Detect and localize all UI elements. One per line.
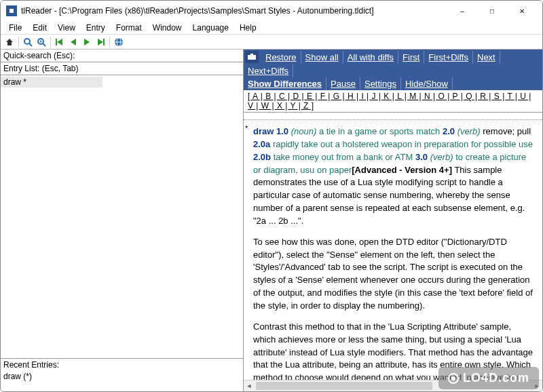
- svg-rect-1: [10, 9, 14, 13]
- alpha-link-i[interactable]: I: [358, 92, 367, 101]
- alpha-link-e[interactable]: E: [304, 92, 316, 101]
- camera-icon[interactable]: [245, 51, 259, 63]
- svg-marker-9: [57, 39, 62, 45]
- svg-marker-12: [84, 39, 90, 45]
- left-pane: Quick-search (Esc): Entry List: (Esc, Ta…: [1, 50, 244, 391]
- svg-line-6: [43, 43, 45, 46]
- alpha-link-n[interactable]: N: [422, 92, 433, 101]
- definition: take money out from a bank or ATM: [274, 152, 413, 162]
- entry-list-item[interactable]: draw *: [1, 77, 102, 87]
- nav-prev-icon[interactable]: [67, 36, 79, 48]
- nav-first[interactable]: First: [398, 51, 424, 64]
- svg-marker-13: [98, 39, 103, 45]
- alpha-link-o[interactable]: O: [435, 92, 447, 101]
- alpha-link-y[interactable]: Y: [287, 101, 298, 111]
- sense-number: 2.0: [443, 126, 455, 136]
- alpha-link-u[interactable]: U: [517, 92, 529, 101]
- nav-hide-show[interactable]: Hide/Show: [401, 77, 453, 90]
- alpha-link-z[interactable]: Z: [301, 101, 312, 111]
- recent-entry-item[interactable]: draw (*): [3, 372, 240, 381]
- entry-list[interactable]: draw *: [1, 75, 243, 358]
- pos-label: (verb): [430, 152, 453, 162]
- alpha-link-d[interactable]: D: [290, 92, 301, 101]
- body: Quick-search (Esc): Entry List: (Esc, Ta…: [1, 50, 542, 391]
- titlebar: tlReader - [C:\Program Files (x86)\tlRea…: [1, 1, 542, 21]
- alpha-link-b[interactable]: B: [263, 92, 274, 101]
- alpha-link-l[interactable]: L: [394, 92, 405, 101]
- pos-label: (verb): [457, 126, 481, 136]
- menu-file[interactable]: File: [3, 22, 27, 34]
- menu-format[interactable]: Format: [111, 22, 147, 34]
- alpha-link-p[interactable]: P: [449, 92, 460, 101]
- globe-icon[interactable]: [113, 36, 125, 48]
- diff-toolbar: Restore Show all All with diffs First Fi…: [244, 50, 542, 90]
- current-entry-marker: *: [245, 124, 248, 132]
- svg-line-4: [29, 43, 32, 46]
- entry-content[interactable]: * draw 1.0 (noun) a tie in a game or spo…: [244, 119, 542, 380]
- alpha-link-g[interactable]: G: [330, 92, 342, 101]
- alpha-link-h[interactable]: H: [345, 92, 356, 101]
- alpha-link-q[interactable]: Q: [463, 92, 475, 101]
- nav-settings[interactable]: Settings: [360, 77, 401, 90]
- paragraph: To see how this was done, open the DTD e…: [253, 236, 536, 313]
- svg-rect-14: [103, 39, 105, 45]
- sense-number: 2.0a: [253, 139, 270, 149]
- alpha-link-m[interactable]: M: [407, 92, 419, 101]
- menu-language[interactable]: Language: [187, 22, 234, 34]
- recent-entries-list[interactable]: draw (*): [1, 371, 243, 391]
- zoom-icon[interactable]: [35, 36, 48, 48]
- nav-restore[interactable]: Restore: [261, 51, 301, 64]
- nav-next-diffs[interactable]: Next+Diffs: [244, 64, 293, 77]
- alpha-link-c[interactable]: C: [276, 92, 288, 101]
- menu-view[interactable]: View: [52, 22, 81, 34]
- alpha-link-w[interactable]: W: [258, 101, 272, 111]
- menu-edit[interactable]: Edit: [27, 22, 52, 34]
- sense-number: 3.0: [415, 152, 428, 162]
- right-pane: Restore Show all All with diffs First Fi…: [244, 50, 542, 391]
- watermark-text: LO4D.com: [463, 371, 529, 385]
- minimize-button[interactable]: –: [447, 1, 477, 20]
- maximize-button[interactable]: □: [477, 1, 507, 20]
- home-icon[interactable]: [3, 36, 16, 48]
- nav-next[interactable]: Next: [473, 51, 500, 64]
- alpha-link-r[interactable]: R: [477, 92, 489, 101]
- menu-entry[interactable]: Entry: [81, 22, 111, 34]
- alpha-link-s[interactable]: S: [491, 92, 502, 101]
- nav-all-with-diffs[interactable]: All with diffs: [343, 51, 398, 64]
- alpha-link-j[interactable]: J: [369, 92, 379, 101]
- svg-marker-11: [71, 39, 76, 45]
- entry-list-label: Entry List: (Esc, Tab): [1, 62, 243, 75]
- toolbar-separator: [109, 37, 110, 47]
- alpha-link-x[interactable]: X: [274, 101, 286, 111]
- recent-entries-label: Recent Entries:: [1, 358, 243, 371]
- app-icon: [6, 5, 17, 16]
- nav-pause[interactable]: Pause: [326, 77, 360, 90]
- nav-first-diffs[interactable]: First+Diffs: [424, 51, 473, 64]
- alpha-link-f[interactable]: F: [317, 92, 328, 101]
- menu-window[interactable]: Window: [147, 22, 187, 34]
- alpha-link-k[interactable]: K: [381, 92, 392, 101]
- menu-help[interactable]: Help: [234, 22, 262, 34]
- toolbar: [1, 35, 542, 50]
- close-button[interactable]: ✕: [507, 1, 537, 20]
- scroll-left-arrow[interactable]: ◄: [244, 380, 255, 391]
- alphabet-bar: [ A | B | C | D | E | F | G | H | I | J …: [244, 90, 542, 113]
- quick-search-label: Quick-search (Esc):: [1, 50, 243, 62]
- svg-rect-10: [56, 39, 57, 45]
- definition: remove; pull: [483, 126, 531, 136]
- nav-show-differences[interactable]: Show Differences: [244, 77, 326, 90]
- nav-first-icon[interactable]: [54, 36, 66, 48]
- window-controls: – □ ✕: [447, 1, 537, 20]
- search-icon[interactable]: [22, 36, 34, 48]
- nav-show-all[interactable]: Show all: [301, 51, 343, 64]
- svg-marker-2: [6, 39, 13, 45]
- nav-last-icon[interactable]: [94, 36, 107, 48]
- app-window: tlReader - [C:\Program Files (x86)\tlRea…: [0, 0, 543, 392]
- nav-next-icon[interactable]: [81, 36, 93, 48]
- alpha-link-t[interactable]: T: [504, 92, 515, 101]
- definition: a tie in a game or sports match: [319, 126, 440, 136]
- toolbar-separator: [50, 37, 51, 47]
- scroll-thumb[interactable]: [256, 382, 432, 390]
- alpha-link-a[interactable]: A: [250, 92, 260, 101]
- headword: draw: [253, 126, 274, 136]
